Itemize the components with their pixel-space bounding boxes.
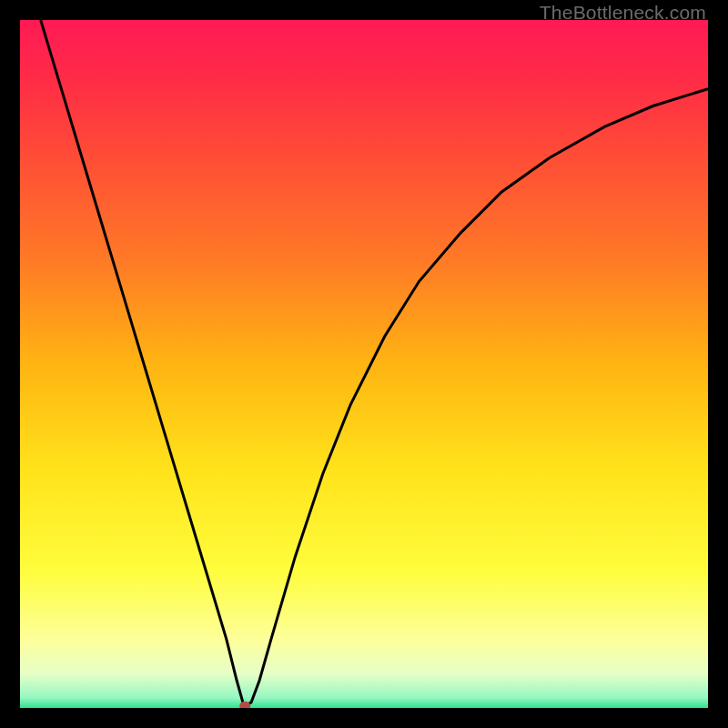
chart-frame (20, 20, 708, 708)
bottleneck-chart-svg (20, 20, 708, 708)
chart-background (20, 20, 708, 708)
